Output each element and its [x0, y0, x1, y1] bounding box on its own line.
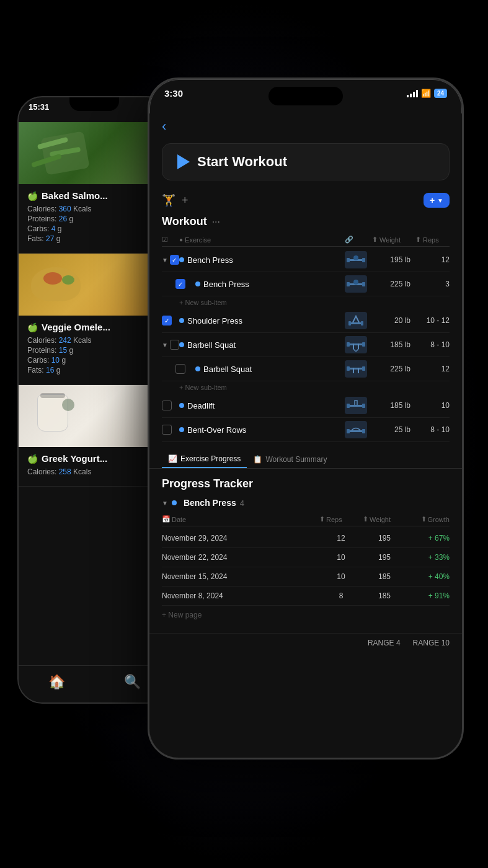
- expand-arrow-progress[interactable]: ▼: [162, 500, 168, 507]
- progress-reps-3: 8: [319, 591, 363, 600]
- bench-press-checkbox[interactable]: [170, 255, 179, 265]
- progress-exercise-name: Bench Press: [184, 498, 236, 508]
- barbell-squat-sub-checkbox[interactable]: [175, 364, 185, 374]
- progress-growth-3: + 91%: [406, 591, 450, 600]
- omelette-proteins: Proteins: 15 g: [27, 346, 161, 355]
- progress-weight-1: 195: [363, 553, 406, 562]
- salmon-carbs: Carbs: 4 g: [27, 224, 161, 233]
- omelette-name: Veggie Omele...: [42, 322, 110, 332]
- svg-rect-22: [362, 429, 365, 433]
- shoulder-press-weight: 20 lb: [372, 316, 415, 325]
- reps-header: ⬆ Reps: [415, 236, 450, 244]
- range-2: RANGE 10: [413, 639, 450, 647]
- progress-date-1: November 22, 2024: [162, 553, 319, 562]
- workout-title: Workout: [162, 215, 207, 228]
- svg-point-7: [353, 280, 358, 285]
- progress-weight-0: 195: [363, 534, 406, 542]
- bench-press-sub-weight: 225 lb: [372, 280, 415, 288]
- bent-over-dot: [179, 427, 184, 432]
- summary-icon: 📋: [253, 455, 262, 464]
- exercise-header: ● Exercise: [179, 236, 345, 244]
- svg-rect-8: [350, 322, 362, 324]
- toolbar-left: 🏋 +: [162, 193, 189, 207]
- search-icon[interactable]: 🔍: [124, 674, 141, 690]
- battery-badge: 24: [434, 89, 447, 98]
- back-phone-notch: [69, 97, 119, 111]
- barbell-squat-sub-dot: [195, 366, 200, 371]
- svg-point-3: [353, 255, 358, 260]
- barbell-squat-reps: 8 - 10: [415, 340, 450, 349]
- chart-icon: 📈: [168, 454, 177, 463]
- range-1: RANGE 4: [368, 639, 401, 647]
- deadlift-checkbox[interactable]: [162, 401, 172, 410]
- new-page-button[interactable]: + New page: [162, 606, 450, 624]
- barbell-squat-sub-img: [345, 360, 367, 378]
- front-phone-time: 3:30: [164, 88, 183, 99]
- deadlift-name: Deadlift: [179, 401, 345, 410]
- shoulder-press-checkbox[interactable]: [162, 316, 172, 326]
- bent-over-weight: 25 lb: [372, 425, 415, 434]
- progress-row-2: November 15, 2024 10 185 + 40%: [162, 567, 450, 587]
- bench-press-sub-img: [345, 275, 367, 293]
- add-exercise-icon[interactable]: +: [182, 194, 189, 207]
- bent-over-checkbox[interactable]: [162, 425, 172, 435]
- bent-over-name: Bent-Over Rows: [179, 425, 345, 435]
- progress-reps-0: 12: [319, 534, 363, 542]
- salmon-food-icon: 🍏: [27, 191, 38, 201]
- progress-growth-0: + 67%: [406, 534, 450, 542]
- phone-front: 3:30 📶 24 ‹ Start Workout 🏋 +: [148, 78, 464, 760]
- signal-bar-4: [416, 90, 418, 97]
- deadlift-row: Deadlift 185 lb 10: [162, 394, 450, 418]
- expand-arrow-bench[interactable]: ▼: [162, 257, 168, 264]
- shoulder-press-dot: [179, 318, 184, 323]
- shoulder-press-row: Shoulder Press 20 lb 10 - 12: [162, 309, 450, 333]
- new-sub-item-bench[interactable]: + New sub-item: [162, 296, 450, 309]
- progress-weight-3: 185: [363, 591, 406, 600]
- svg-rect-19: [362, 404, 365, 408]
- shoulder-press-img: [345, 312, 367, 329]
- progress-growth-1: + 33%: [406, 553, 450, 562]
- expand-arrow-squat[interactable]: ▼: [162, 342, 168, 348]
- bench-press-row: ▼ Bench Press 195 lb 12: [162, 248, 450, 272]
- play-icon: [177, 154, 190, 169]
- start-workout-button[interactable]: Start Workout: [162, 143, 450, 180]
- salmon-proteins: Proteins: 26 g: [27, 215, 161, 223]
- bench-press-dot: [179, 257, 184, 262]
- svg-rect-16: [362, 366, 365, 371]
- progress-row-3: November 8, 2024 8 185 + 91%: [162, 587, 450, 606]
- omelette-food-icon: 🍏: [27, 322, 38, 332]
- shoulder-press-reps: 10 - 12: [415, 316, 450, 325]
- new-sub-item-squat[interactable]: + New sub-item: [162, 381, 450, 394]
- workout-section: Workout ··· ☑ ● Exercise 🔗 ⬆ Weight ⬆ Re…: [149, 213, 462, 445]
- svg-rect-6: [362, 282, 365, 286]
- add-dropdown-button[interactable]: + ▼: [424, 193, 450, 208]
- progress-exercise-header: ▼ Bench Press 4: [162, 498, 450, 508]
- progress-date-0: November 29, 2024: [162, 534, 319, 542]
- progress-growth-2: + 40%: [406, 572, 450, 581]
- barbell-squat-img: [345, 336, 367, 353]
- bench-press-name: Bench Press: [179, 255, 345, 265]
- dumbbell-icon[interactable]: 🏋: [162, 193, 175, 207]
- svg-rect-13: [362, 342, 365, 347]
- link-header: 🔗: [345, 236, 372, 244]
- svg-rect-21: [347, 429, 350, 433]
- barbell-squat-checkbox[interactable]: [170, 340, 179, 350]
- workout-header: Workout ···: [162, 215, 450, 228]
- workout-menu-icon[interactable]: ···: [212, 216, 220, 228]
- progress-title: Progress Tracker: [162, 477, 450, 490]
- phone-content: ‹ Start Workout 🏋 + + ▼ Workout ···: [149, 113, 462, 758]
- barbell-squat-dot: [179, 342, 184, 347]
- progress-reps-2: 10: [319, 572, 363, 581]
- progress-reps-1: 10: [319, 553, 363, 562]
- growth-header-progress: ⬆ Growth: [406, 515, 450, 523]
- home-icon[interactable]: 🏠: [48, 674, 65, 690]
- tab-exercise-progress[interactable]: 📈 Exercise Progress: [162, 451, 247, 468]
- bench-press-sub-checkbox[interactable]: [175, 279, 185, 289]
- signal-bars: [407, 90, 418, 97]
- reps-header-progress: ⬆ Reps: [319, 515, 363, 523]
- bent-over-img: [345, 421, 367, 438]
- deadlift-img: [345, 397, 367, 414]
- back-button[interactable]: ‹: [149, 113, 462, 137]
- tab-workout-summary[interactable]: 📋 Workout Summary: [247, 451, 333, 468]
- progress-section: Progress Tracker ▼ Bench Press 4 📅 Date …: [149, 469, 462, 633]
